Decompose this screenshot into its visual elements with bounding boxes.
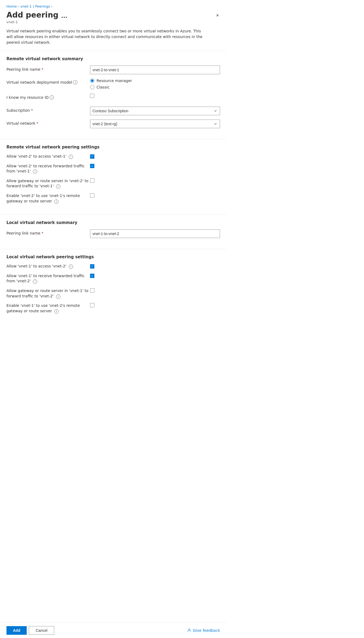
- subscription-select[interactable]: Contoso Subscription: [90, 107, 220, 115]
- remote-peering-settings-section: Remote virtual network peering settings …: [0, 145, 226, 215]
- remote-allow-gateway-checkbox[interactable]: [90, 178, 94, 183]
- local-virtual-network-summary-section: Local virtual network summary Peering li…: [0, 220, 226, 249]
- breadcrumb: Home › vnet-1 | Peerings ›: [0, 0, 226, 11]
- local-enable-remote-gateway-checkbox[interactable]: [90, 303, 94, 307]
- deployment-model-label: Virtual network deployment model i: [6, 79, 90, 84]
- breadcrumb-sep1: ›: [18, 4, 19, 8]
- remote-allow-gateway-row: Allow gateway or route server in 'vnet-2…: [6, 178, 220, 189]
- breadcrumb-home[interactable]: Home: [6, 4, 17, 8]
- remote-virtual-network-summary-section: Remote virtual network summary Peering l…: [0, 56, 226, 139]
- radio-resource-manager-input[interactable]: [90, 79, 94, 83]
- local-allow-forwarded-label: Allow 'vnet-1' to receive forwarded traf…: [6, 273, 90, 284]
- page-description: Virtual network peering enables you to s…: [0, 26, 210, 51]
- remote-allow-forwarded-checkbox[interactable]: [90, 164, 94, 168]
- more-options-button[interactable]: ...: [61, 13, 67, 19]
- local-enable-remote-gateway-row: Enable 'vnet-1' to use 'vnet-2's remoteg…: [6, 303, 220, 314]
- remote-enable-remote-gateway-row: Enable 'vnet-2' to use 'vnet-1's remoteg…: [6, 193, 220, 204]
- remote-allow-access-label: Allow 'vnet-2' to access 'vnet-1' i: [6, 154, 90, 159]
- deployment-model-info-icon[interactable]: i: [73, 80, 77, 84]
- required-indicator: *: [42, 67, 43, 72]
- virtual-network-row: Virtual network * vnet-2 (test-rg): [6, 120, 220, 128]
- page-subtitle: vnet-1: [6, 20, 67, 24]
- local-required-indicator: *: [42, 231, 43, 235]
- remote-enable-remote-gateway-checkbox[interactable]: [90, 193, 94, 198]
- virtual-network-select[interactable]: vnet-2 (test-rg): [90, 120, 220, 128]
- resource-id-info-icon[interactable]: i: [50, 95, 54, 100]
- local-allow-gateway-checkbox[interactable]: [90, 288, 94, 293]
- svg-point-0: [188, 629, 190, 630]
- radio-classic-label: Classic: [97, 85, 109, 89]
- radio-classic-input[interactable]: [90, 85, 94, 89]
- local-allow-access-info-icon[interactable]: i: [69, 264, 73, 269]
- remote-peering-link-name-label: Peering link name *: [6, 66, 90, 72]
- subscription-row: Subscription * Contoso Subscription: [6, 107, 220, 115]
- local-summary-title: Local virtual network summary: [6, 220, 220, 225]
- remote-summary-title: Remote virtual network summary: [6, 56, 220, 61]
- local-peering-link-name-label: Peering link name *: [6, 229, 90, 235]
- resource-id-checkbox[interactable]: [90, 94, 94, 98]
- radio-resource-manager[interactable]: Resource manager: [90, 79, 220, 83]
- give-feedback-label: Give feedback: [193, 628, 220, 633]
- subscription-label: Subscription *: [6, 107, 90, 113]
- feedback-icon: [187, 628, 191, 633]
- local-allow-forwarded-row: Allow 'vnet-1' to receive forwarded traf…: [6, 273, 220, 284]
- page-title: Add peering ...: [6, 11, 67, 19]
- remote-peering-link-name-row: Peering link name *: [6, 66, 220, 74]
- local-enable-remote-gateway-info-icon[interactable]: i: [54, 309, 59, 314]
- section-divider-3: [0, 215, 226, 215]
- give-feedback-link[interactable]: Give feedback: [187, 628, 220, 633]
- deployment-model-row: Virtual network deployment model i Resou…: [6, 79, 220, 89]
- section-divider-4: [0, 249, 226, 249]
- local-peering-link-name-input[interactable]: [90, 229, 220, 238]
- local-allow-gateway-info-icon[interactable]: i: [56, 294, 60, 299]
- local-allow-gateway-row: Allow gateway or route server in 'vnet-1…: [6, 288, 220, 299]
- cancel-button[interactable]: Cancel: [29, 626, 54, 635]
- remote-allow-forwarded-label: Allow 'vnet-2' to receive forwarded traf…: [6, 164, 90, 174]
- remote-allow-forwarded-row: Allow 'vnet-2' to receive forwarded traf…: [6, 164, 220, 174]
- local-enable-remote-gateway-label: Enable 'vnet-1' to use 'vnet-2's remoteg…: [6, 303, 90, 314]
- local-allow-forwarded-info-icon[interactable]: i: [33, 279, 37, 284]
- local-peering-link-name-row: Peering link name *: [6, 229, 220, 238]
- page-header: Add peering ... vnet-1 ×: [0, 11, 226, 26]
- radio-resource-manager-label: Resource manager: [97, 79, 132, 83]
- virtual-network-required: *: [36, 121, 38, 125]
- deployment-model-radio-group: Resource manager Classic: [90, 79, 220, 89]
- close-button[interactable]: ×: [215, 12, 220, 19]
- remote-peering-link-name-input[interactable]: [90, 66, 220, 74]
- local-allow-access-row: Allow 'vnet-1' to access 'vnet-2' i: [6, 264, 220, 269]
- resource-id-label: I know my resource ID i: [6, 94, 90, 100]
- local-allow-access-checkbox[interactable]: [90, 264, 94, 269]
- breadcrumb-sep2: ›: [51, 4, 53, 8]
- breadcrumb-vnet-peerings[interactable]: vnet-1 | Peerings: [20, 4, 50, 8]
- add-button[interactable]: Add: [6, 626, 27, 635]
- local-peering-settings-title: Local virtual network peering settings: [6, 254, 220, 259]
- remote-allow-gateway-label: Allow gateway or route server in 'vnet-2…: [6, 178, 90, 189]
- remote-allow-forwarded-info-icon[interactable]: i: [33, 169, 37, 174]
- local-peering-settings-section: Local virtual network peering settings A…: [0, 254, 226, 324]
- remote-allow-access-info-icon[interactable]: i: [69, 155, 73, 159]
- resource-id-row: I know my resource ID i: [6, 94, 220, 102]
- footer-bar: Add Cancel Give feedback: [0, 623, 226, 638]
- section-divider-2: [0, 139, 226, 139]
- local-allow-gateway-label: Allow gateway or route server in 'vnet-1…: [6, 288, 90, 299]
- remote-allow-access-row: Allow 'vnet-2' to access 'vnet-1' i: [6, 154, 220, 159]
- section-divider: [0, 51, 226, 51]
- local-allow-forwarded-checkbox[interactable]: [90, 274, 94, 278]
- virtual-network-label: Virtual network *: [6, 120, 90, 125]
- remote-allow-access-checkbox[interactable]: [90, 154, 94, 159]
- remote-peering-settings-title: Remote virtual network peering settings: [6, 145, 220, 150]
- subscription-required: *: [31, 108, 33, 113]
- footer-buttons: Add Cancel: [6, 626, 54, 635]
- remote-enable-remote-gateway-info-icon[interactable]: i: [54, 199, 59, 204]
- radio-classic[interactable]: Classic: [90, 85, 220, 89]
- local-allow-access-label: Allow 'vnet-1' to access 'vnet-2' i: [6, 264, 90, 269]
- remote-enable-remote-gateway-label: Enable 'vnet-2' to use 'vnet-1's remoteg…: [6, 193, 90, 204]
- remote-allow-gateway-info-icon[interactable]: i: [56, 184, 60, 189]
